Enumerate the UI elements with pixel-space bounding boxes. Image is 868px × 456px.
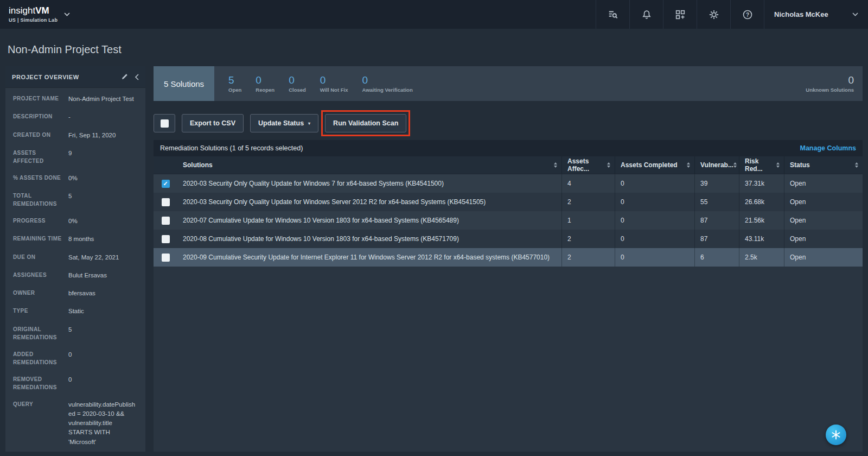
settings-button[interactable] (697, 0, 730, 29)
export-csv-button[interactable]: Export to CSV (182, 114, 244, 132)
sort-icon[interactable] (607, 162, 610, 168)
update-status-label: Update Status (258, 119, 304, 127)
field-value: Fri, Sep 11, 2020 (68, 131, 116, 140)
vulnerabilities-cell: 87 (694, 230, 739, 248)
select-all-checkbox-button[interactable] (154, 114, 175, 132)
field-value: 0 (68, 375, 72, 384)
stat-value: 0 (320, 75, 326, 85)
row-checkbox[interactable] (162, 217, 170, 225)
project-overview-title: PROJECT OVERVIEW (12, 74, 114, 80)
field-label: QUERY (13, 400, 63, 408)
sort-icon[interactable] (687, 162, 690, 168)
stat-value: 0 (848, 75, 854, 85)
row-checkbox-cell (154, 248, 177, 267)
field-row: DUE ONSat, May 22, 2021 (5, 249, 145, 267)
field-row: REMAINING TIME8 months (5, 230, 145, 248)
assets-completed-cell: 0 (615, 248, 694, 267)
brand-logo: insightVM (9, 6, 58, 16)
row-checkbox[interactable] (162, 254, 170, 262)
table-row[interactable]: 2020-09 Cumulative Security Update for I… (154, 248, 863, 267)
field-value: 5 (68, 192, 72, 201)
field-value: 5 (68, 325, 72, 334)
field-label: REMOVED REMEDIATIONS (13, 375, 63, 391)
sort-icon[interactable] (554, 162, 557, 168)
field-row: REMOVED REMEDIATIONS0 (5, 371, 145, 396)
table-row[interactable]: 2020-03 Security Only Quality Update for… (154, 193, 863, 211)
field-label: % ASSETS DONE (13, 174, 63, 182)
status-cell: Open (784, 174, 863, 193)
actions-toolbar: Export to CSV Update Status▾ Run Validat… (154, 114, 863, 132)
field-value: 0 (68, 350, 72, 359)
field-label: ASSIGNEES (13, 271, 63, 279)
field-label: DUE ON (13, 253, 63, 261)
field-row: CREATED ONFri, Sep 11, 2020 (5, 126, 145, 144)
field-row: QUERYvulnerability.datePublished = 2020-… (5, 396, 145, 451)
column-header-solutions[interactable]: Solutions (177, 156, 561, 174)
field-row: TOTAL REMEDIATIONS5 (5, 187, 145, 212)
row-checkbox[interactable] (162, 180, 170, 188)
table-header-row: Solutions Assets Affec... Assets Complet… (154, 156, 863, 174)
assets-completed-cell: 0 (615, 174, 694, 193)
select-all-checkbox[interactable] (161, 119, 169, 128)
edit-pencil-icon[interactable] (121, 73, 128, 80)
field-label: OWNER (13, 289, 63, 297)
assets-affected-cell: 4 (561, 174, 615, 193)
user-menu[interactable]: Nicholas McKee (764, 0, 868, 29)
vulnerabilities-cell: 6 (694, 248, 739, 267)
table-row[interactable]: 2020-03 Security Only Quality Update for… (154, 174, 863, 193)
column-header-status[interactable]: Status (784, 156, 863, 174)
assets-completed-cell: 0 (615, 211, 694, 230)
app-switcher-button[interactable] (663, 0, 697, 29)
help-icon: ? (742, 9, 754, 21)
column-header-assets-completed[interactable]: Assets Completed (615, 156, 694, 174)
assets-affected-cell: 2 (561, 193, 615, 211)
sort-icon[interactable] (776, 162, 780, 168)
collapse-chevron-icon[interactable] (135, 74, 139, 80)
table-row[interactable]: 2020-08 Cumulative Update for Windows 10… (154, 230, 863, 248)
field-label: DESCRIPTION (13, 112, 63, 121)
bell-icon (641, 9, 653, 21)
sort-icon[interactable] (855, 162, 858, 168)
field-value: - (68, 112, 71, 122)
notifications-button[interactable] (629, 0, 663, 29)
sort-icon[interactable] (733, 162, 737, 168)
project-overview-panel: PROJECT OVERVIEW PROJECT NAMENon-Admin P… (5, 66, 145, 452)
column-header-vulnerabilities[interactable]: Vulnerab... (694, 156, 739, 174)
stat-closed: 0Closed (289, 75, 306, 93)
manage-columns-link[interactable]: Manage Columns (800, 144, 857, 152)
brand-menu[interactable]: insightVM US | Simulation Lab (0, 0, 79, 29)
row-checkbox[interactable] (162, 235, 170, 243)
assets-completed-cell: 0 (615, 230, 694, 248)
update-status-button[interactable]: Update Status▾ (250, 114, 318, 132)
field-row: OWNERbfersavas (5, 284, 145, 302)
field-row: ORIGINAL REMEDIATIONS5 (5, 321, 145, 346)
field-row: PROGRESS0% (5, 212, 145, 230)
stat-value: 0 (362, 75, 368, 85)
table-row[interactable]: 2020-07 Cumulative Update for Windows 10… (154, 211, 863, 230)
header-checkbox-cell (154, 156, 177, 174)
stat-label: Awaiting Verification (362, 87, 412, 93)
solution-cell: 2020-03 Security Only Quality Update for… (177, 193, 561, 211)
search-button[interactable] (596, 0, 629, 29)
project-overview-header: PROJECT OVERVIEW (5, 66, 145, 88)
field-value: Sat, May 22, 2021 (68, 253, 119, 262)
help-button[interactable]: ? (730, 0, 764, 29)
field-row: ASSIGNEESBulut Ersavas (5, 267, 145, 284)
risk-reduced-cell: 2.5k (739, 248, 784, 267)
field-row: AUTOMATED TICKETINGi Not Configured (5, 451, 145, 452)
field-label: TOTAL REMEDIATIONS (13, 192, 63, 208)
user-name: Nicholas McKee (774, 10, 828, 18)
stats-items: 5Open 0Reopen 0Closed 0Will Not Fix 0Awa… (214, 66, 806, 101)
app-switcher-icon (674, 9, 686, 21)
run-validation-scan-button[interactable]: Run Validation Scan (325, 114, 406, 132)
column-header-risk-reduced[interactable]: Risk Red... (739, 156, 784, 174)
column-header-assets-affected[interactable]: Assets Affec... (561, 156, 615, 174)
row-checkbox[interactable] (162, 198, 170, 206)
assets-affected-cell: 1 (561, 211, 615, 230)
vulnerabilities-cell: 87 (694, 211, 739, 230)
stat-awaiting-verification: 0Awaiting Verification (362, 75, 412, 93)
field-value: Static (68, 307, 84, 316)
risk-reduced-cell: 43.11k (739, 230, 784, 248)
table-title: Remediation Solutions (1 of 5 records se… (160, 144, 303, 152)
chat-launcher-button[interactable] (826, 425, 846, 445)
